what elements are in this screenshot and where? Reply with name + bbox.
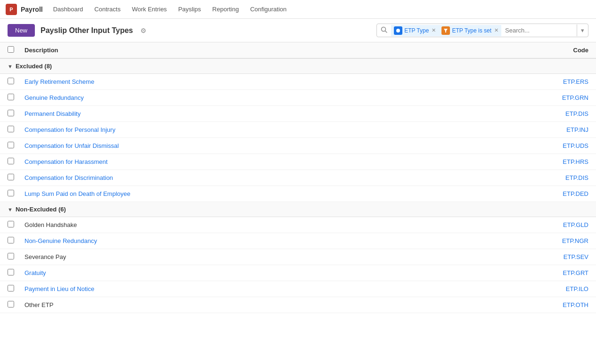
row-code: ETP.DED (532, 190, 588, 197)
row-select[interactable] (8, 110, 14, 116)
filter-tag-etp-type: ETP Type ✕ (391, 25, 439, 36)
row-select[interactable] (8, 253, 14, 259)
toolbar: New Payslip Other Input Types ⚙ ETP Type… (0, 19, 596, 42)
row-select[interactable] (8, 285, 14, 291)
table-row[interactable]: Genuine Redundancy ETP.GRN (0, 90, 596, 106)
select-all-checkbox[interactable] (8, 46, 14, 53)
row-checkbox (8, 285, 24, 293)
row-description: Gratuity (24, 269, 532, 276)
search-bar: ETP Type ✕ ETP Type is set ✕ ▾ (376, 24, 588, 37)
row-select[interactable] (8, 301, 14, 307)
row-select[interactable] (8, 221, 14, 227)
nav-dashboard[interactable]: Dashboard (49, 4, 88, 15)
header-code: Code (532, 47, 588, 54)
row-checkbox (8, 174, 24, 182)
row-checkbox (8, 78, 24, 86)
row-select[interactable] (8, 174, 14, 180)
nav-contracts[interactable]: Contracts (90, 4, 125, 15)
svg-point-2 (396, 29, 400, 32)
nav-work-entries[interactable]: Work Entries (127, 4, 171, 15)
table-row[interactable]: Compensation for Personal Injury ETP.INJ (0, 122, 596, 138)
filter-tag-etp-set: ETP Type is set ✕ (439, 25, 501, 36)
row-checkbox (8, 158, 24, 166)
table-row[interactable]: Compensation for Unfair Dismissal ETP.UD… (0, 138, 596, 154)
svg-line-1 (385, 31, 387, 33)
top-nav: P Payroll Dashboard Contracts Work Entri… (0, 0, 596, 19)
group-excluded-toggle[interactable]: ▼ (8, 64, 13, 69)
app-logo: P (6, 4, 17, 15)
row-checkbox (8, 221, 24, 229)
row-description: Golden Handshake (24, 221, 532, 228)
row-description: Other ETP (24, 301, 532, 308)
filter-tag-etp-set-label: ETP Type is set (452, 27, 491, 34)
table-row[interactable]: Gratuity ETP.GRT (0, 265, 596, 281)
filter-tag-etp-close[interactable]: ✕ (432, 27, 436, 33)
gear-icon[interactable]: ⚙ (140, 27, 147, 34)
row-description: Payment in Lieu of Notice (24, 285, 532, 292)
row-select[interactable] (8, 78, 14, 84)
row-code: ETP.GLD (532, 221, 588, 228)
table-row[interactable]: Other ETP ETP.OTH (0, 297, 596, 313)
row-select[interactable] (8, 142, 14, 148)
table-header: Description Code (0, 42, 596, 59)
table-row[interactable]: Golden Handshake ETP.GLD (0, 217, 596, 233)
table-row[interactable]: Compensation for Discrimination ETP.DIS (0, 170, 596, 186)
table-row[interactable]: Compensation for Harassment ETP.HRS (0, 154, 596, 170)
table-row[interactable]: Payment in Lieu of Notice ETP.ILO (0, 281, 596, 297)
row-select[interactable] (8, 158, 14, 164)
filter-tag-etp-set-close[interactable]: ✕ (494, 27, 498, 33)
row-checkbox (8, 237, 24, 245)
row-checkbox (8, 190, 24, 198)
row-select[interactable] (8, 237, 14, 243)
row-description: Non-Genuine Redundancy (24, 237, 532, 244)
row-checkbox (8, 253, 24, 261)
row-description: Compensation for Discrimination (24, 174, 532, 181)
row-checkbox (8, 142, 24, 150)
table-row[interactable]: Lump Sum Paid on Death of Employee ETP.D… (0, 186, 596, 202)
row-code: ETP.NGR (532, 237, 588, 244)
new-button[interactable]: New (8, 24, 35, 37)
row-select[interactable] (8, 190, 14, 196)
row-description: Permanent Disability (24, 110, 532, 117)
search-dropdown-button[interactable]: ▾ (577, 24, 588, 36)
row-code: ETP.DIS (532, 174, 588, 181)
main-table: Description Code ▼ Excluded (8) Early Re… (0, 42, 596, 313)
row-checkbox (8, 126, 24, 134)
row-checkbox (8, 301, 24, 309)
table-row[interactable]: Non-Genuine Redundancy ETP.NGR (0, 233, 596, 249)
nav-configuration[interactable]: Configuration (245, 4, 291, 15)
row-code: ETP.HRS (532, 158, 588, 165)
header-description: Description (24, 47, 532, 54)
row-description: Genuine Redundancy (24, 94, 532, 101)
group-excluded-label: Excluded (8) (16, 63, 52, 70)
row-code: ETP.DIS (532, 110, 588, 117)
row-description: Compensation for Harassment (24, 158, 532, 165)
nav-payslips[interactable]: Payslips (173, 4, 205, 15)
group-non-excluded-toggle[interactable]: ▼ (8, 207, 13, 212)
table-row[interactable]: Permanent Disability ETP.DIS (0, 106, 596, 122)
table-row[interactable]: Early Retirement Scheme ETP.ERS (0, 74, 596, 90)
header-checkbox-col (8, 46, 24, 54)
row-code: ETP.ERS (532, 78, 588, 85)
etp-set-funnel-icon (441, 26, 450, 35)
row-code: ETP.UDS (532, 142, 588, 149)
row-description: Severance Pay (24, 253, 532, 260)
row-select[interactable] (8, 94, 14, 100)
row-select[interactable] (8, 269, 14, 275)
row-code: ETP.INJ (532, 126, 588, 133)
row-select[interactable] (8, 126, 14, 132)
row-code: ETP.OTH (532, 301, 588, 308)
search-button[interactable] (377, 24, 391, 37)
nav-reporting[interactable]: Reporting (208, 4, 244, 15)
table-row[interactable]: Severance Pay ETP.SEV (0, 249, 596, 265)
app-name: Payroll (21, 6, 43, 13)
search-input[interactable] (501, 25, 577, 36)
search-area: ETP Type ✕ ETP Type is set ✕ ▾ (376, 24, 588, 37)
filter-tag-etp-label: ETP Type (404, 27, 429, 34)
row-code: ETP.ILO (532, 285, 588, 292)
group-excluded[interactable]: ▼ Excluded (8) (0, 59, 596, 74)
etp-type-icon (394, 26, 402, 35)
group-non-excluded[interactable]: ▼ Non-Excluded (6) (0, 202, 596, 217)
svg-marker-3 (444, 29, 448, 32)
row-code: ETP.GRN (532, 94, 588, 101)
